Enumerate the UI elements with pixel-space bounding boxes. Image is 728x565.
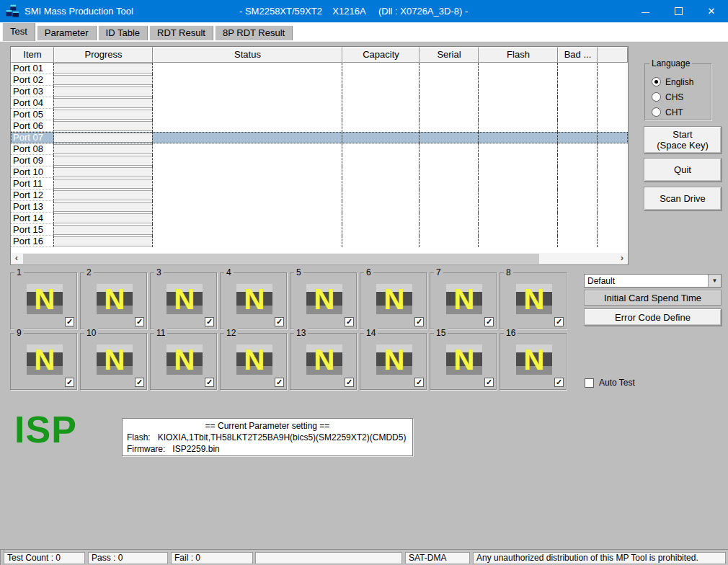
serial-cell (420, 213, 479, 224)
port-enable-checkbox[interactable]: ✓ (345, 317, 354, 326)
table-row[interactable]: Port 16 (11, 236, 628, 247)
error-code-label: Error Code Define (615, 312, 691, 323)
table-row[interactable]: Port 15 (11, 224, 628, 236)
column-header[interactable]: Capacity (342, 47, 420, 63)
isp-logo: ISP (14, 408, 77, 451)
port-enable-checkbox[interactable]: ✓ (205, 317, 214, 326)
flash-cell (479, 190, 558, 201)
radio-label: English (665, 77, 693, 87)
language-option-cht[interactable]: CHT (652, 104, 711, 120)
port-enable-checkbox[interactable]: ✓ (345, 378, 354, 387)
language-group: Language English CHS CHT (644, 63, 711, 120)
ports-table: ItemProgressStatusCapacitySerialFlashBad… (10, 46, 629, 265)
bad-cell (558, 143, 598, 155)
column-header[interactable]: Bad ... (558, 47, 598, 63)
capacity-cell (342, 120, 420, 132)
port-status-icon: N (97, 344, 133, 375)
progress-cell (54, 166, 153, 178)
capacity-cell (342, 86, 420, 97)
language-option-chs[interactable]: CHS (652, 89, 711, 104)
progress-cell (54, 190, 153, 201)
table-row[interactable]: Port 05 (11, 109, 628, 120)
language-option-english[interactable]: English (652, 74, 711, 89)
port-enable-checkbox[interactable]: ✓ (554, 317, 564, 326)
port-group-2: 2 N ✓ (80, 272, 147, 329)
check-icon: ✓ (276, 318, 283, 326)
table-row[interactable]: Port 12 (11, 190, 628, 201)
port-enable-checkbox[interactable]: ✓ (484, 317, 494, 326)
window-subtitle: - SM2258XT/59XT2 X1216A (Dll : X0726A_3D… (239, 6, 468, 17)
port-enable-checkbox[interactable]: ✓ (135, 317, 144, 326)
progress-cell (54, 132, 153, 143)
port-enable-checkbox[interactable]: ✓ (414, 317, 424, 326)
port-enable-checkbox[interactable]: ✓ (484, 378, 494, 387)
table-row[interactable]: Port 06 (11, 120, 628, 132)
table-row[interactable]: Port 03 (11, 86, 628, 97)
table-row[interactable]: Port 01 (11, 63, 628, 74)
port-enable-checkbox[interactable]: ✓ (554, 378, 564, 387)
port-enable-checkbox[interactable]: ✓ (205, 378, 214, 387)
dropdown-arrow-button[interactable]: ▼ (708, 275, 721, 287)
flash-cell (479, 74, 558, 86)
port-enable-checkbox[interactable]: ✓ (65, 378, 74, 387)
table-row[interactable]: Port 11 (11, 178, 628, 190)
table-row[interactable]: Port 07 (11, 132, 628, 143)
serial-cell (420, 236, 479, 247)
quit-button[interactable]: Quit (644, 158, 722, 182)
tab-bar: TestParameterID TableRDT Result8P RDT Re… (0, 22, 728, 41)
column-header[interactable]: Status (153, 47, 342, 63)
close-button[interactable]: ✕ (695, 0, 728, 22)
port-number-label: 15 (434, 328, 448, 338)
n-letter: N (454, 283, 475, 315)
start-button[interactable]: Start (Space Key) (644, 126, 722, 154)
radio-icon (652, 107, 661, 117)
progress-bar (54, 167, 152, 177)
port-enable-checkbox[interactable]: ✓ (135, 378, 144, 387)
tab-parameter[interactable]: Parameter (37, 25, 97, 40)
capacity-cell (342, 74, 420, 86)
scroll-left-button[interactable]: ‹ (11, 253, 22, 264)
n-letter: N (314, 344, 335, 375)
maximize-button[interactable] (662, 0, 695, 22)
status-cell (153, 109, 342, 120)
auto-test-checkbox[interactable] (585, 378, 594, 388)
column-header[interactable] (598, 47, 628, 63)
error-code-define-button[interactable]: Error Code Define (584, 308, 722, 326)
initial-card-spend-time-button[interactable]: Initial Card Spend Time (584, 290, 722, 306)
preset-dropdown[interactable]: Default ▼ (584, 274, 722, 288)
column-header[interactable]: Flash (479, 47, 558, 63)
tab-8p-rdt-result[interactable]: 8P RDT Result (215, 25, 293, 40)
port-enable-checkbox[interactable]: ✓ (275, 378, 284, 387)
table-row[interactable]: Port 10 (11, 166, 628, 178)
port-enable-checkbox[interactable]: ✓ (65, 317, 74, 326)
column-header[interactable]: Item (11, 47, 54, 63)
port-enable-checkbox[interactable]: ✓ (414, 378, 424, 387)
column-header[interactable]: Progress (54, 47, 153, 63)
serial-cell (420, 97, 479, 109)
column-header[interactable]: Serial (420, 47, 479, 63)
scroll-right-button[interactable]: › (616, 253, 628, 264)
tab-id-table[interactable]: ID Table (98, 25, 148, 40)
progress-bar (54, 110, 152, 120)
tab-test[interactable]: Test (2, 22, 35, 41)
tab-rdt-result[interactable]: RDT Result (149, 25, 213, 40)
status-cell (153, 236, 342, 247)
serial-cell (420, 224, 479, 236)
table-row[interactable]: Port 08 (11, 143, 628, 155)
table-row[interactable]: Port 14 (11, 213, 628, 224)
n-letter: N (174, 344, 195, 375)
minimize-icon: — (642, 7, 649, 16)
table-row[interactable]: Port 04 (11, 97, 628, 109)
scan-drive-button[interactable]: Scan Drive (644, 187, 722, 210)
table-row[interactable]: Port 13 (11, 201, 628, 213)
horizontal-scrollbar[interactable]: ‹ › (11, 253, 628, 264)
port-status-icon: N (516, 344, 552, 375)
chevron-down-icon: ▼ (712, 277, 718, 284)
capacity-cell (342, 166, 420, 178)
scrollbar-thumb[interactable] (23, 254, 539, 264)
port-enable-checkbox[interactable]: ✓ (275, 317, 284, 326)
table-row[interactable]: Port 09 (11, 155, 628, 166)
table-row[interactable]: Port 02 (11, 74, 628, 86)
bad-cell (558, 132, 598, 143)
minimize-button[interactable]: — (629, 0, 662, 22)
